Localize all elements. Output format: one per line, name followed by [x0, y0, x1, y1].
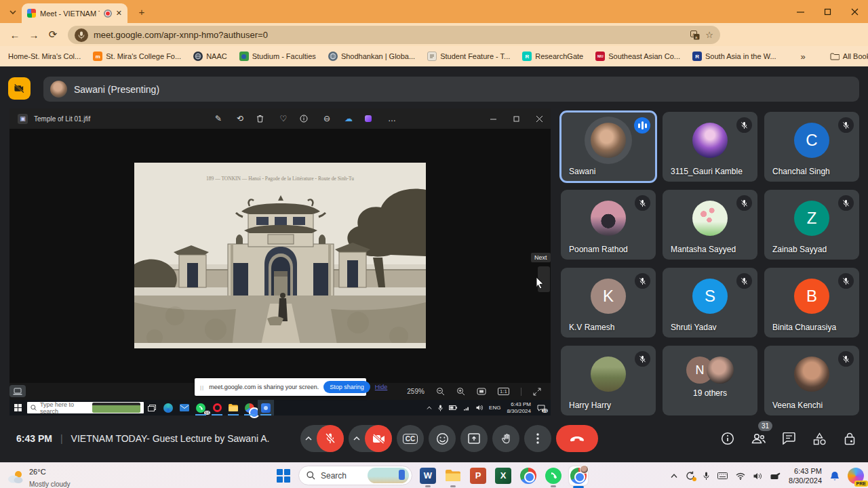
drag-handle-icon[interactable]: || — [200, 384, 204, 390]
whatsapp-icon[interactable]: 65 — [193, 400, 209, 415]
meeting-details-button[interactable] — [719, 425, 736, 452]
tray-update-icon[interactable] — [686, 471, 695, 481]
participant-tile[interactable]: B Binita Chaurasiya — [764, 268, 859, 338]
bookmark-item[interactable]: Studium - Faculties — [239, 52, 316, 61]
participant-tile[interactable]: 3115_Gauri Kamble — [663, 112, 757, 182]
zoom-out-icon[interactable] — [436, 387, 445, 396]
reload-button[interactable]: ⟳ — [43, 28, 62, 41]
chat-button[interactable] — [780, 425, 797, 452]
photos-minimize-button[interactable] — [481, 108, 505, 129]
mic-permission-icon[interactable] — [75, 28, 88, 42]
tab-close-icon[interactable]: ✕ — [116, 9, 122, 18]
stop-sharing-button[interactable]: Stop sharing — [323, 381, 370, 393]
onedrive-icon[interactable]: ☁ — [343, 114, 354, 123]
url-bar[interactable]: meet.google.com/apr-xnnp-hmo?authuser=0 … — [68, 26, 720, 44]
tray-network-icon[interactable] — [463, 405, 470, 411]
participant-tile[interactable]: Mantasha Sayyed — [663, 190, 757, 260]
back-button[interactable]: ← — [5, 29, 24, 41]
zoom-in-icon[interactable] — [456, 387, 465, 396]
mail-icon[interactable] — [176, 400, 193, 415]
bookmark-item[interactable]: Shodhankan | Globa... — [328, 52, 415, 61]
fit-to-window-icon[interactable] — [477, 388, 486, 395]
photos-restore-button[interactable] — [505, 108, 528, 129]
rotate-icon[interactable]: ⟲ — [235, 114, 245, 123]
bookmark-item[interactable]: Student Feature - T... — [427, 52, 510, 61]
hide-link[interactable]: Hide — [375, 384, 388, 390]
notification-bell-icon[interactable] — [830, 471, 840, 481]
captions-button[interactable]: CC — [397, 425, 424, 452]
participant-tile[interactable]: Poonam Rathod — [561, 190, 656, 260]
bookmarks-overflow-button[interactable]: » — [801, 52, 806, 62]
participant-tile[interactable]: K K.V Ramesh — [561, 268, 656, 338]
fullscreen-icon[interactable] — [533, 388, 541, 396]
host-controls-button[interactable] — [841, 425, 859, 452]
task-view-icon[interactable] — [144, 400, 160, 415]
overflow-tile[interactable]: N 19 others — [663, 346, 757, 415]
bookmark-star-icon[interactable]: ☆ — [705, 30, 713, 40]
bookmark-item[interactable]: mSt. Mira's College Fo... — [93, 52, 181, 61]
tray-clock[interactable]: 6:43 PM 8/30/2024 — [789, 466, 822, 486]
mute-button[interactable] — [317, 425, 344, 452]
camera-off-button[interactable] — [365, 425, 392, 452]
copilot-icon[interactable]: PRE — [848, 468, 864, 484]
bookmark-item[interactable]: Home-St. Mira's Col... — [8, 52, 81, 60]
weather-widget[interactable]: 26°C Mostly cloudy — [7, 465, 71, 488]
raise-hand-button[interactable] — [492, 425, 519, 452]
start-button-win10[interactable] — [9, 400, 26, 415]
tray-wifi-icon[interactable] — [736, 472, 745, 480]
file-explorer-icon[interactable] — [443, 466, 462, 485]
tray-mic-icon[interactable] — [438, 405, 443, 411]
taskbar-search[interactable]: Search — [298, 466, 412, 485]
edit-image-icon[interactable]: ✎ — [213, 114, 224, 123]
bookmark-item[interactable]: NAAC — [193, 52, 227, 61]
search-daily-image[interactable] — [368, 468, 409, 483]
word-icon[interactable]: W — [418, 466, 437, 485]
browser-tab[interactable]: Meet - VIETNAM TODAY- G ✕ — [22, 3, 127, 23]
present-button[interactable] — [460, 425, 488, 452]
tray-keyboard-icon[interactable] — [717, 472, 728, 479]
tray-chevron-icon[interactable] — [671, 474, 677, 478]
leave-call-button[interactable] — [556, 425, 598, 452]
edge-icon[interactable] — [160, 400, 176, 415]
file-explorer-icon[interactable] — [225, 400, 241, 415]
participant-tile[interactable]: Sawani — [561, 112, 656, 182]
tray-language[interactable]: ENG — [489, 405, 500, 411]
delete-icon[interactable] — [256, 115, 267, 123]
tray-chevron-icon[interactable] — [427, 406, 432, 409]
bookmark-item[interactable]: RSouth Asia in the W... — [692, 52, 776, 61]
action-center-icon[interactable]: 19 — [537, 405, 545, 411]
window-close-button[interactable] — [841, 0, 868, 23]
info-icon[interactable] — [300, 115, 311, 123]
tray-battery-icon[interactable] — [449, 405, 457, 410]
people-button[interactable]: 31 — [749, 425, 767, 452]
start-button[interactable] — [275, 467, 292, 485]
whatsapp-icon[interactable] — [544, 466, 563, 485]
taskbar-search-box[interactable]: Type here to search — [27, 402, 144, 413]
slideshow-icon[interactable]: ⊖ — [321, 114, 332, 123]
actual-size-icon[interactable]: 1:1 — [498, 388, 509, 395]
tab-search-button[interactable] — [5, 5, 20, 20]
participant-tile[interactable]: S Shruti Yadav — [663, 268, 757, 338]
new-tab-button[interactable]: + — [136, 6, 148, 18]
tray-pen-icon[interactable] — [770, 472, 781, 480]
tray-volume-icon[interactable] — [753, 472, 762, 480]
chrome-icon-win10[interactable] — [241, 400, 258, 415]
excel-icon[interactable]: X — [494, 466, 513, 485]
window-minimize-button[interactable] — [787, 0, 814, 23]
participant-tile[interactable]: Harry Harry — [561, 346, 656, 415]
reactions-button[interactable] — [429, 425, 456, 452]
opera-icon[interactable] — [209, 400, 225, 415]
tray-mic-icon[interactable] — [703, 472, 709, 481]
favorite-icon[interactable]: ♡ — [278, 114, 289, 123]
translate-icon[interactable]: Aa — [690, 30, 700, 40]
tray-clock[interactable]: 6:43 PM 8/30/2024 — [507, 401, 531, 415]
chrome-profile-icon[interactable] — [569, 466, 588, 485]
more-options-icon[interactable]: … — [387, 114, 397, 123]
forward-button[interactable]: → — [24, 29, 43, 41]
search-highlight-character[interactable] — [92, 403, 141, 413]
clipchamp-icon[interactable] — [365, 115, 376, 122]
participant-tile[interactable]: C Chanchal Singh — [764, 112, 859, 182]
photos-app-taskbar-icon[interactable] — [258, 400, 274, 415]
activities-button[interactable] — [810, 425, 828, 452]
bookmark-item[interactable]: RResearchGate — [522, 52, 583, 61]
